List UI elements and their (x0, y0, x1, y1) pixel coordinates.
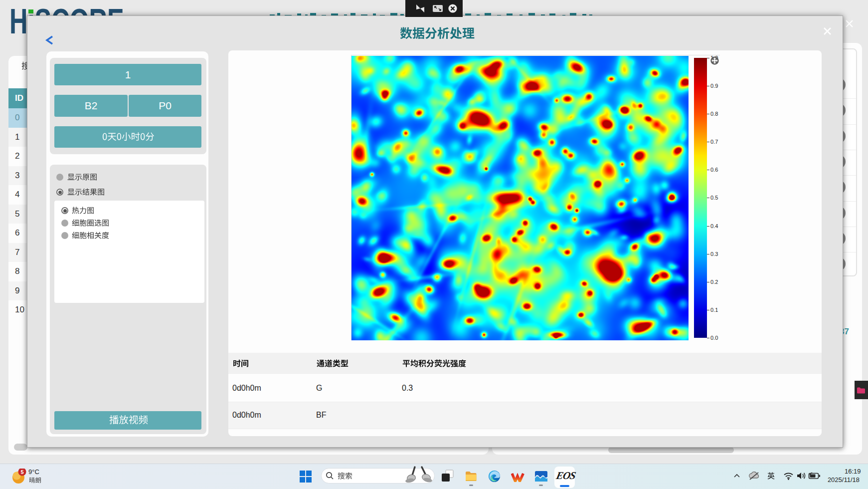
svg-text:5: 5 (20, 469, 23, 475)
